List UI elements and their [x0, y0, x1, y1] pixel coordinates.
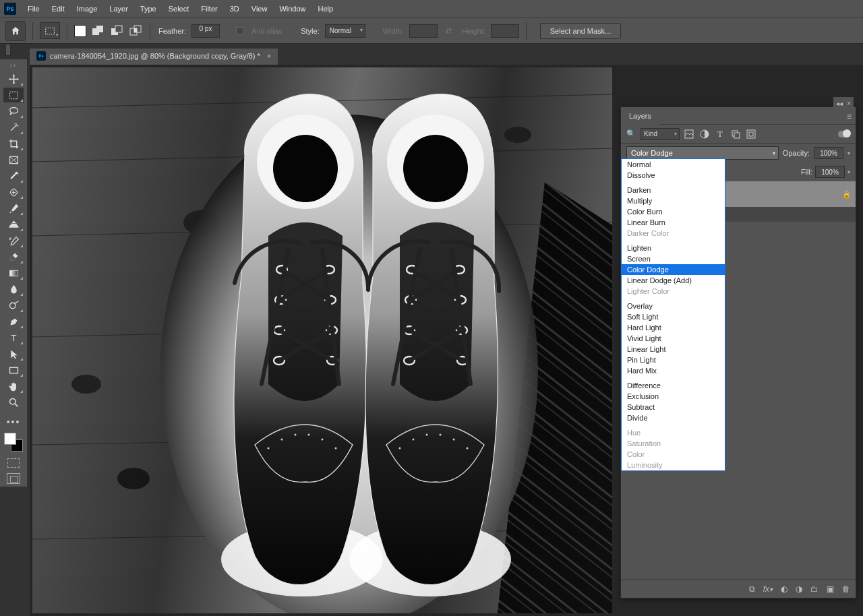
marquee-tool[interactable]: [3, 88, 24, 102]
menu-view[interactable]: View: [245, 0, 274, 18]
crop-tool[interactable]: [3, 136, 24, 151]
subtract-selection-icon[interactable]: [109, 24, 124, 38]
delete-layer-icon[interactable]: 🗑: [842, 584, 850, 594]
blend-option[interactable]: Pin Light: [622, 355, 725, 365]
hand-tool[interactable]: [3, 379, 24, 394]
move-tool[interactable]: [3, 71, 24, 86]
blend-option[interactable]: Hard Light: [622, 322, 725, 333]
eraser-tool[interactable]: [3, 249, 24, 264]
menu-3d[interactable]: 3D: [224, 0, 245, 18]
blend-option[interactable]: Color Dodge: [622, 264, 725, 275]
blend-mode-select[interactable]: Color Dodge▾: [626, 146, 779, 160]
blend-option[interactable]: Multiply: [622, 195, 725, 206]
new-layer-icon[interactable]: ▣: [827, 584, 834, 594]
blend-option[interactable]: Lighten: [622, 243, 725, 253]
svg-rect-68: [734, 133, 740, 138]
blend-option[interactable]: Overlay: [622, 301, 725, 311]
clone-stamp-tool[interactable]: [3, 217, 24, 232]
blend-option: Saturation: [622, 438, 725, 449]
style-select[interactable]: Normal▾: [325, 24, 365, 38]
svg-rect-7: [134, 28, 137, 32]
collapsed-panel-strip[interactable]: [5, 44, 11, 56]
filter-kind-select[interactable]: Kind▾: [641, 128, 680, 140]
blur-tool[interactable]: [3, 282, 24, 297]
gradient-tool[interactable]: [3, 266, 24, 280]
frame-tool[interactable]: [3, 152, 24, 167]
feather-input[interactable]: 0 px: [191, 24, 220, 38]
quick-mask-icon[interactable]: [7, 458, 20, 468]
blend-option[interactable]: Dissolve: [622, 170, 725, 181]
new-selection-icon[interactable]: [74, 25, 86, 37]
fill-input[interactable]: 100%: [815, 166, 845, 178]
blend-option[interactable]: Linear Light: [622, 344, 725, 355]
filter-smart-icon[interactable]: [745, 128, 757, 140]
select-and-mask-button[interactable]: Select and Mask...: [540, 23, 622, 39]
opacity-input[interactable]: 100%: [814, 147, 843, 159]
canvas[interactable]: [32, 67, 612, 613]
menu-window[interactable]: Window: [273, 0, 311, 18]
lock-icon[interactable]: 🔒: [842, 190, 852, 199]
menu-image[interactable]: Image: [71, 0, 104, 18]
edit-toolbar[interactable]: •••: [7, 417, 21, 427]
eyedropper-tool[interactable]: [3, 168, 24, 183]
filter-type-icon[interactable]: T: [714, 128, 726, 140]
document-tab[interactable]: Ps camera-1840054_1920.jpg @ 80% (Backgr…: [30, 49, 278, 65]
mask-icon[interactable]: ◐: [781, 584, 787, 594]
lasso-tool[interactable]: [3, 104, 24, 119]
fx-icon[interactable]: fx▾: [763, 584, 773, 594]
blend-option[interactable]: Divide: [622, 412, 725, 423]
blend-option[interactable]: Vivid Light: [622, 333, 725, 344]
panel-menu-icon[interactable]: ≡: [847, 112, 852, 121]
foreground-background-swatch[interactable]: [4, 433, 23, 452]
dodge-tool[interactable]: [3, 298, 24, 313]
pen-tool[interactable]: [3, 314, 24, 329]
blend-option[interactable]: Linear Dodge (Add): [622, 275, 725, 286]
type-tool[interactable]: T: [3, 330, 24, 345]
filter-adjustment-icon[interactable]: [698, 128, 711, 140]
svg-rect-4: [115, 26, 122, 32]
fill-dropdown-icon[interactable]: ▾: [847, 169, 850, 175]
filter-pixel-icon[interactable]: [683, 128, 695, 140]
brush-tool[interactable]: [3, 201, 24, 216]
add-to-selection-icon[interactable]: [90, 24, 105, 38]
layers-tab[interactable]: Layers: [621, 107, 659, 125]
svg-text:T: T: [11, 332, 16, 342]
blend-option[interactable]: Color Burn: [622, 206, 725, 217]
svg-point-44: [295, 434, 297, 436]
blend-option[interactable]: Screen: [622, 253, 725, 264]
magic-wand-tool[interactable]: [3, 120, 24, 135]
close-tab-icon[interactable]: ×: [267, 52, 271, 60]
menu-filter[interactable]: Filter: [195, 0, 223, 18]
menu-select[interactable]: Select: [162, 0, 196, 18]
group-icon[interactable]: 🗀: [810, 584, 819, 594]
blend-option[interactable]: Normal: [622, 159, 725, 170]
healing-brush-tool[interactable]: [3, 185, 24, 199]
link-layers-icon[interactable]: ⧉: [749, 584, 755, 594]
close-panel-icon[interactable]: ×: [847, 100, 851, 107]
zoom-tool[interactable]: [3, 395, 24, 410]
blend-option[interactable]: Hard Mix: [622, 365, 725, 376]
filter-shape-icon[interactable]: [730, 128, 742, 140]
history-brush-tool[interactable]: [3, 233, 24, 248]
blend-option[interactable]: Darken: [622, 185, 725, 195]
marquee-tool-preset[interactable]: ▾: [40, 22, 60, 39]
menu-file[interactable]: File: [22, 0, 46, 18]
intersect-selection-icon[interactable]: [128, 24, 143, 38]
blend-option[interactable]: Exclusion: [622, 391, 725, 402]
menu-layer[interactable]: Layer: [103, 0, 134, 18]
menu-edit[interactable]: Edit: [46, 0, 71, 18]
rectangle-tool[interactable]: [3, 363, 24, 377]
blend-option[interactable]: Soft Light: [622, 311, 725, 322]
home-button[interactable]: [5, 21, 26, 41]
path-selection-tool[interactable]: [3, 346, 24, 361]
collapse-icon[interactable]: ◂◂: [836, 100, 843, 107]
filter-toggle[interactable]: [838, 131, 850, 137]
blend-option[interactable]: Difference: [622, 380, 725, 391]
blend-option[interactable]: Linear Burn: [622, 217, 725, 228]
menu-help[interactable]: Help: [312, 0, 340, 18]
opacity-dropdown-icon[interactable]: ▾: [847, 150, 850, 156]
menu-type[interactable]: Type: [134, 0, 162, 18]
adjustment-layer-icon[interactable]: ◑: [796, 584, 802, 594]
screen-mode-icon[interactable]: [7, 473, 20, 484]
blend-option[interactable]: Subtract: [622, 402, 725, 412]
